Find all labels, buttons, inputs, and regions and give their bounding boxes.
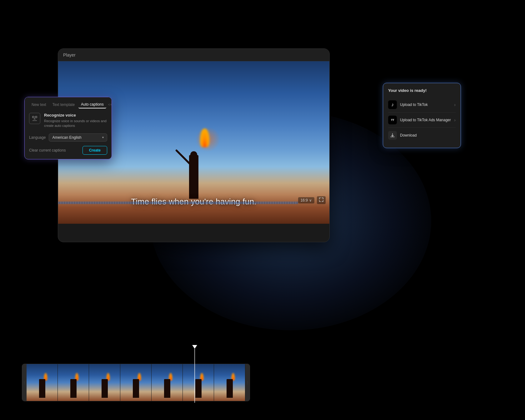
tiktok-ads-label: Upload to TikTok Ads Manager	[400, 118, 451, 122]
language-chevron-icon: ▾	[102, 136, 104, 139]
clear-captions-button[interactable]: Clear current captions	[29, 148, 66, 152]
language-row: Language American English ▾	[29, 133, 107, 142]
filmstrip-frames	[27, 364, 245, 401]
upload-tiktok-ads-option[interactable]: TT Upload to TikTok Ads Manager ›	[388, 112, 456, 128]
download-icon	[388, 131, 397, 140]
panel-body: A Recognize voice Recognize voice in sou…	[25, 108, 112, 159]
recognize-title: Recognize voice	[44, 113, 107, 118]
playhead-arrow	[192, 345, 197, 349]
filmstrip-handle-right[interactable]: ⋮	[245, 364, 250, 401]
tiktok-ads-icon: TT	[388, 116, 397, 124]
ratio-button[interactable]: 16:9 ∨	[298, 197, 314, 203]
filmstrip-frame	[58, 364, 89, 401]
tab-auto-captions[interactable]: Auto captions	[78, 101, 106, 108]
video-ready-panel: Your video is ready! ♪ Upload to TikTok …	[383, 83, 461, 148]
recognize-voice-icon: A	[29, 113, 40, 124]
silhouette-body	[189, 155, 198, 199]
panel-tabs: New text Text template Auto captions <<	[25, 97, 112, 108]
filmstrip-frame	[152, 364, 183, 401]
filmstrip-frame	[120, 364, 152, 401]
filmstrip-frame	[89, 364, 120, 401]
language-label: Language	[29, 135, 46, 140]
filmstrip-container: ⋮	[22, 364, 250, 401]
panel-actions: Clear current captions Create	[29, 146, 107, 155]
tiktok-icon: ♪	[388, 100, 397, 109]
download-svg-icon	[390, 133, 395, 138]
recognize-section: A Recognize voice Recognize voice in sou…	[29, 113, 107, 128]
silhouette	[181, 136, 206, 199]
tiktok-option-left: ♪ Upload to TikTok	[388, 100, 428, 109]
filmstrip-frame	[27, 364, 58, 401]
create-button[interactable]: Create	[82, 146, 107, 155]
playhead[interactable]	[194, 345, 195, 403]
recognize-desc: Recognize voice in sounds or videos and …	[44, 119, 107, 128]
language-select[interactable]: American English ▾	[49, 133, 107, 142]
player-timeline-section	[58, 202, 298, 204]
tiktok-label: Upload to TikTok	[400, 102, 428, 107]
ratio-chevron-icon: ∨	[309, 198, 312, 202]
tiktok-chevron-icon: ›	[454, 102, 456, 107]
fullscreen-icon	[319, 197, 324, 202]
player-bottom-controls: 16:9 ∨	[298, 196, 326, 204]
svg-text:A: A	[34, 118, 36, 120]
playhead-line	[194, 349, 195, 403]
download-label: Download	[400, 133, 417, 138]
svg-rect-1	[35, 116, 37, 118]
filmstrip-frame	[183, 364, 214, 401]
download-option[interactable]: Download	[388, 128, 456, 143]
player-titlebar: Player	[58, 49, 329, 61]
filmstrip-handle-left[interactable]: ⋮	[22, 364, 27, 401]
upload-tiktok-option[interactable]: ♪ Upload to TikTok ›	[388, 97, 456, 112]
player-title: Player	[63, 52, 76, 58]
tab-new-text[interactable]: New text	[29, 101, 49, 108]
filmstrip-frame	[214, 364, 245, 401]
video-ready-title: Your video is ready!	[388, 88, 456, 93]
tiktok-ads-chevron-icon: ›	[454, 118, 456, 122]
voice-recognition-icon: A	[32, 115, 38, 122]
scene: Player Time flies when you're having fun…	[0, 0, 525, 420]
tiktok-ads-option-left: TT Upload to TikTok Ads Manager	[388, 116, 451, 124]
tab-collapse-icon[interactable]: <<	[108, 102, 112, 107]
fullscreen-button[interactable]	[317, 196, 326, 204]
tab-text-template[interactable]: Text template	[50, 101, 77, 108]
recognize-text: Recognize voice Recognize voice in sound…	[44, 113, 107, 128]
language-value: American English	[52, 135, 81, 140]
player-timeline-dots	[58, 202, 298, 204]
ratio-label: 16:9	[301, 198, 308, 202]
download-option-left: Download	[388, 131, 417, 140]
auto-captions-panel: New text Text template Auto captions << …	[24, 97, 112, 159]
